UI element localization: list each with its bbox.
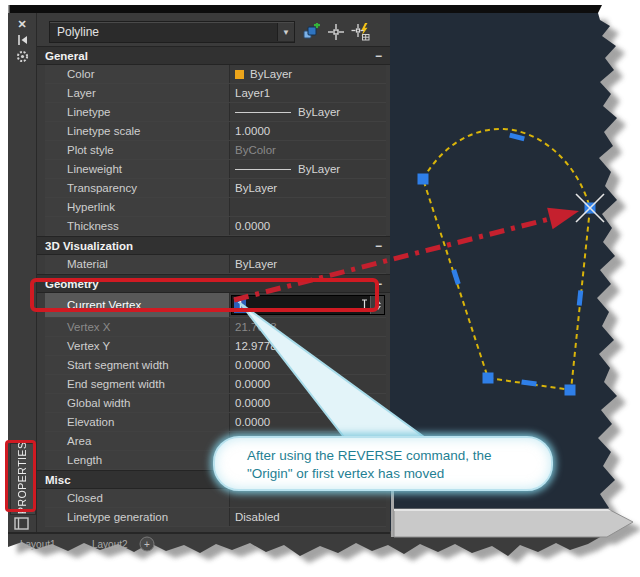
property-value[interactable]: Disabled xyxy=(230,508,386,526)
property-label: Color xyxy=(45,65,230,83)
property-value-text: ByLayer xyxy=(235,255,277,273)
property-value[interactable]: ByLayer xyxy=(230,179,386,197)
property-label: Closed xyxy=(45,489,230,507)
property-value[interactable]: 12.9778 xyxy=(230,337,386,355)
layout-tab-2[interactable]: Layout2 xyxy=(92,539,128,550)
select-objects-icon[interactable] xyxy=(326,23,345,42)
property-row-transparency: TransparencyByLayer xyxy=(45,179,386,198)
current-vertex-input[interactable]: 1 xyxy=(231,295,385,315)
property-label: Layer xyxy=(45,84,230,102)
close-icon[interactable]: ✕ xyxy=(8,16,36,32)
property-value[interactable]: ByLayer xyxy=(230,255,386,273)
property-value-text: ByLayer xyxy=(298,160,340,178)
property-value[interactable]: 0.0000 xyxy=(230,375,386,393)
callout-text-line2: "Origin" or first vertex has moved xyxy=(247,465,541,483)
spinner-control[interactable] xyxy=(370,296,384,314)
linetype-sample-icon xyxy=(235,112,291,113)
property-value[interactable]: ByLayer xyxy=(230,160,386,178)
property-row-end-segment-width: End segment width0.0000 xyxy=(45,375,386,394)
section-header-general[interactable]: General− xyxy=(37,46,390,65)
property-value[interactable]: ByColor xyxy=(230,141,386,159)
section-title: 3D Visualization xyxy=(45,240,375,252)
property-row-plot-style: Plot styleByColor xyxy=(45,141,386,160)
settings-icon[interactable] xyxy=(8,48,36,64)
vertex-grip-bottomleft[interactable] xyxy=(483,373,494,384)
screenshot-root: Layout1 Layout2 + xyxy=(0,0,640,577)
property-value[interactable]: 0.0000 xyxy=(230,356,386,374)
selected-object-type: Polyline xyxy=(50,25,277,39)
property-value-text: 0.0000 xyxy=(235,356,270,374)
property-value[interactable]: 21.7033 xyxy=(230,318,386,336)
command-strip xyxy=(394,509,633,537)
property-row-lineweight: LineweightByLayer xyxy=(45,160,386,179)
property-value-text: 1.0000 xyxy=(235,122,270,140)
property-row-linetype: LinetypeByLayer xyxy=(45,103,386,122)
palette-tab-properties[interactable]: PROPERTIES xyxy=(10,443,36,515)
callout-bubble: After using the REVERSE command, the "Or… xyxy=(213,436,553,491)
property-row-start-segment-width: Start segment width0.0000 xyxy=(45,356,386,375)
property-value[interactable]: 0.0000 xyxy=(230,394,386,412)
property-row-current-vertex: Current Vertex1 xyxy=(45,293,386,318)
callout-text-line1: After using the REVERSE command, the xyxy=(247,447,541,465)
property-label: Elevation xyxy=(45,413,230,431)
property-row-closed: Closed xyxy=(45,489,386,508)
section-header-geometry[interactable]: Geometry− xyxy=(37,274,390,293)
property-value-text: Layer1 xyxy=(235,84,270,102)
property-row-elevation: Elevation0.0000 xyxy=(45,413,386,432)
property-label: Global width xyxy=(45,394,230,412)
collapse-icon[interactable]: − xyxy=(375,239,382,253)
window-top-band xyxy=(8,5,602,13)
section-title: General xyxy=(45,50,375,62)
property-value[interactable]: ByLayer xyxy=(230,65,386,83)
property-value-text: ByLayer xyxy=(250,65,292,83)
collapse-icon[interactable]: − xyxy=(375,49,382,63)
chevron-down-icon[interactable]: ▼ xyxy=(277,23,294,41)
palette-title-strip: ✕ PROPERTIES xyxy=(8,13,37,532)
property-value-text: 0.0000 xyxy=(235,413,270,431)
property-value-text: ByColor xyxy=(235,141,276,159)
property-value[interactable]: 0.0000 xyxy=(230,413,386,431)
selected-input-text: 1 xyxy=(234,297,246,313)
layout-tab-1[interactable]: Layout1 xyxy=(20,539,56,550)
property-value[interactable]: ByLayer xyxy=(230,103,386,121)
spinner-up-icon[interactable] xyxy=(375,300,381,304)
collapse-icon[interactable]: − xyxy=(375,277,382,291)
palette-window-icon[interactable] xyxy=(14,517,29,530)
property-label: Material xyxy=(45,255,230,273)
property-value[interactable] xyxy=(230,489,386,507)
spinner-down-icon[interactable] xyxy=(375,306,381,310)
section-header-3d-visualization[interactable]: 3D Visualization− xyxy=(37,236,390,255)
object-type-combobox[interactable]: Polyline ▼ xyxy=(49,21,295,43)
property-value[interactable] xyxy=(230,198,386,216)
property-label: Length xyxy=(45,451,230,469)
property-label: Linetype scale xyxy=(45,122,230,140)
property-value-text: ByLayer xyxy=(298,103,340,121)
vertex-grip-topleft[interactable] xyxy=(418,174,429,185)
property-row-hyperlink: Hyperlink xyxy=(45,198,386,217)
object-selector-row: Polyline ▼ xyxy=(49,22,386,42)
text-cursor-icon xyxy=(361,299,368,312)
property-value-text: 0.0000 xyxy=(235,394,270,412)
vertex-grip-bottomright[interactable] xyxy=(565,385,576,396)
property-row-color: ColorByLayer xyxy=(45,65,386,84)
property-value[interactable]: 1.0000 xyxy=(230,122,386,140)
property-label: Linetype xyxy=(45,103,230,121)
property-value-text: 0.0000 xyxy=(235,375,270,393)
quick-select-icon[interactable] xyxy=(351,23,370,42)
property-row-vertex-x: Vertex X21.7033 xyxy=(45,318,386,337)
property-value-text: 0.0000 xyxy=(235,217,270,235)
property-value[interactable]: 0.0000 xyxy=(230,217,386,235)
toggle-pickadd-icon[interactable] xyxy=(301,23,320,42)
linetype-sample-icon xyxy=(235,169,291,170)
property-label: End segment width xyxy=(45,375,230,393)
property-row-global-width: Global width0.0000 xyxy=(45,394,386,413)
property-row-linetype-generation: Linetype generationDisabled xyxy=(45,508,386,527)
property-row-thickness: Thickness0.0000 xyxy=(45,217,386,236)
property-label: Start segment width xyxy=(45,356,230,374)
property-label: Thickness xyxy=(45,217,230,235)
auto-hide-icon[interactable] xyxy=(8,32,36,48)
property-label: Plot style xyxy=(45,141,230,159)
property-value[interactable]: 1 xyxy=(230,293,386,317)
property-row-layer: LayerLayer1 xyxy=(45,84,386,103)
property-value[interactable]: Layer1 xyxy=(230,84,386,102)
